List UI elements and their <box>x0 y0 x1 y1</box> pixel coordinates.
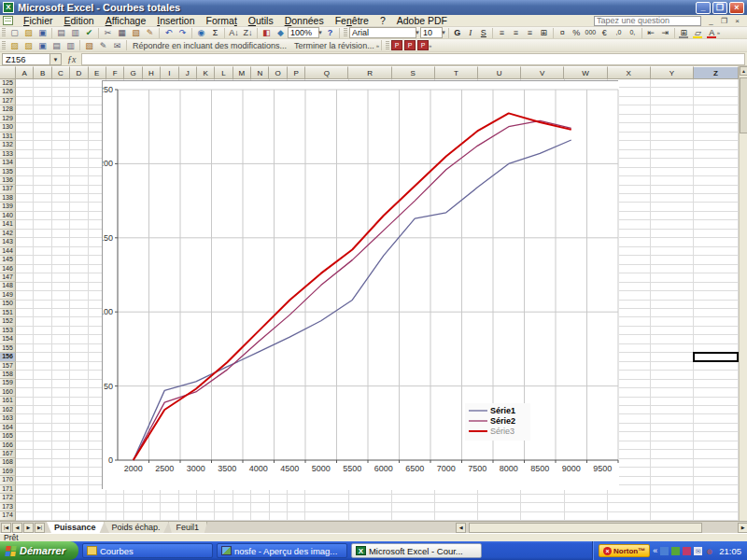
row-header-153[interactable]: 153 <box>0 327 16 335</box>
row-header-128[interactable]: 128 <box>0 105 16 114</box>
tray-chevron-icon[interactable]: « <box>653 546 657 555</box>
print-icon[interactable]: ▤ <box>54 27 68 38</box>
menu-item-[interactable]: ? <box>374 15 391 27</box>
review-save-icon[interactable]: ▣ <box>35 40 49 51</box>
row-header-132[interactable]: 132 <box>0 141 16 149</box>
currency-icon[interactable]: ¤ <box>556 27 570 38</box>
align-left-icon[interactable]: ≡ <box>495 27 509 38</box>
row-header-173[interactable]: 173 <box>0 503 16 511</box>
row-header-168[interactable]: 168 <box>0 458 16 467</box>
row-header-150[interactable]: 150 <box>0 300 16 308</box>
column-header-U[interactable]: U <box>478 66 521 79</box>
reply-with-changes-button[interactable]: Répondre en incluant des modifications..… <box>129 41 290 50</box>
toolbar-grip[interactable] <box>2 41 6 50</box>
underline-button[interactable]: S <box>477 27 490 38</box>
row-header-129[interactable]: 129 <box>0 115 16 123</box>
menu-item-edition[interactable]: Edition <box>59 15 100 27</box>
row-header-160[interactable]: 160 <box>0 388 16 397</box>
row-header-171[interactable]: 171 <box>0 485 16 494</box>
row-header-145[interactable]: 145 <box>0 256 16 264</box>
hscroll-left-icon[interactable]: ◀ <box>456 523 466 533</box>
row-header-158[interactable]: 158 <box>0 371 16 379</box>
horizontal-scrollbar[interactable]: ◀ ▶ <box>213 522 747 533</box>
doc-minimize-button[interactable]: _ <box>705 16 717 26</box>
toolbar-grip[interactable] <box>386 41 389 50</box>
row-header-169[interactable]: 169 <box>0 468 16 476</box>
sort-ascending-icon[interactable]: A↓ <box>227 27 241 38</box>
row-header-147[interactable]: 147 <box>0 273 16 282</box>
column-header-K[interactable]: K <box>197 66 215 79</box>
chart-object[interactable]: 0501001502002502000250030003500400045005… <box>102 80 618 489</box>
review-attach-icon[interactable]: ✎ <box>96 40 110 51</box>
font-size-dropdown-icon[interactable]: ▼ <box>441 30 446 35</box>
tab-first-icon[interactable]: |◀ <box>1 523 11 533</box>
row-header-127[interactable]: 127 <box>0 97 16 105</box>
network-tray-icon[interactable] <box>660 547 669 555</box>
increase-decimal-icon[interactable]: ,0 <box>612 27 626 38</box>
doc-close-button[interactable]: × <box>731 16 743 26</box>
convert-and-email-icon[interactable]: P <box>404 40 416 50</box>
row-header-139[interactable]: 139 <box>0 203 16 211</box>
close-button[interactable]: × <box>729 2 744 14</box>
column-header-N[interactable]: N <box>251 66 269 79</box>
redo-icon[interactable]: ↷ <box>176 27 190 38</box>
align-right-icon[interactable]: ≡ <box>523 27 537 38</box>
review-print-icon[interactable]: ▤ <box>49 40 63 51</box>
row-header-137[interactable]: 137 <box>0 185 16 193</box>
column-header-D[interactable]: D <box>70 66 88 79</box>
paste-icon[interactable]: ▧ <box>129 27 143 38</box>
row-header-166[interactable]: 166 <box>0 441 16 450</box>
column-header-O[interactable]: O <box>269 66 287 79</box>
review-preview-icon[interactable]: ▥ <box>63 40 78 51</box>
toolbar-grip[interactable] <box>2 28 6 37</box>
formula-input[interactable] <box>81 53 745 65</box>
menu-item-fentre[interactable]: Fenêtre <box>330 15 374 27</box>
shield-tray-icon[interactable] <box>671 547 680 555</box>
column-header-P[interactable]: P <box>288 66 305 79</box>
font-size-select[interactable]: 10 <box>420 27 443 38</box>
row-header-130[interactable]: 130 <box>0 123 16 132</box>
scroll-up-icon[interactable]: ▲ <box>740 66 747 76</box>
row-header-134[interactable]: 134 <box>0 159 16 167</box>
row-header-151[interactable]: 151 <box>0 309 16 317</box>
row-header-163[interactable]: 163 <box>0 414 16 423</box>
decrease-indent-icon[interactable]: ⇤ <box>644 27 658 38</box>
end-review-button[interactable]: Terminer la révision... <box>290 41 378 50</box>
sheet-tab-feuil1[interactable]: Feuil1 <box>169 522 208 533</box>
drawing-icon[interactable]: ◆ <box>274 27 288 38</box>
row-header-146[interactable]: 146 <box>0 265 16 273</box>
print-preview-icon[interactable]: ▥ <box>68 27 82 38</box>
mail-tray-icon[interactable]: ✉ <box>694 547 702 555</box>
column-header-B[interactable]: B <box>34 66 51 79</box>
row-header-148[interactable]: 148 <box>0 282 16 290</box>
toolbar-overflow-icon[interactable]: » <box>429 43 431 49</box>
spelling-icon[interactable]: ✔ <box>82 27 96 38</box>
column-header-Q[interactable]: Q <box>305 66 348 79</box>
row-header-131[interactable]: 131 <box>0 133 16 141</box>
fill-color-icon[interactable]: ▱ <box>691 27 705 38</box>
menu-item-donnes[interactable]: Données <box>279 15 330 27</box>
row-header-140[interactable]: 140 <box>0 212 16 220</box>
doc-restore-button[interactable]: ❐ <box>718 16 730 26</box>
task-button-excel[interactable]: XMicrosoft Excel - Cour... <box>351 543 482 558</box>
review-mail-icon[interactable]: ✉ <box>110 40 124 51</box>
minimize-button[interactable]: _ <box>696 2 711 14</box>
name-box-dropdown-icon[interactable]: ▼ <box>50 53 62 65</box>
copy-icon[interactable]: ▦ <box>115 27 129 38</box>
row-header-136[interactable]: 136 <box>0 176 16 185</box>
row-header-138[interactable]: 138 <box>0 194 16 203</box>
row-header-126[interactable]: 126 <box>0 88 16 96</box>
column-header-J[interactable]: J <box>179 66 197 79</box>
row-header-157[interactable]: 157 <box>0 362 16 371</box>
tab-next-icon[interactable]: ▶ <box>23 523 34 533</box>
font-name-select[interactable]: Arial <box>349 27 416 38</box>
restore-button[interactable]: ❐ <box>712 2 727 14</box>
sheet-tab-poidschap[interactable]: Poids échap. <box>105 522 169 533</box>
alert-tray-icon[interactable] <box>683 547 691 555</box>
row-header-162[interactable]: 162 <box>0 406 16 414</box>
convert-to-pdf-icon[interactable]: P <box>391 40 402 50</box>
column-header-Z[interactable]: Z <box>694 66 739 79</box>
column-header-Y[interactable]: Y <box>651 66 694 79</box>
insert-function-icon[interactable]: ƒx <box>67 54 76 64</box>
vertical-scroll-thumb[interactable] <box>740 77 747 133</box>
